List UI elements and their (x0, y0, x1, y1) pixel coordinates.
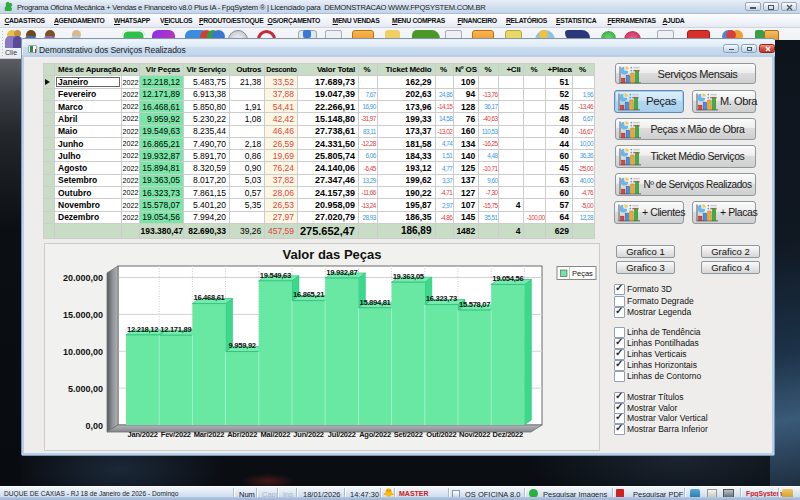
svg-text:19.054,56: 19.054,56 (492, 274, 523, 283)
svg-text:0,00: 0,00 (85, 421, 103, 431)
svg-text:16.865,21: 16.865,21 (293, 290, 325, 299)
svg-text:Out/2022: Out/2022 (426, 430, 456, 439)
svg-text:10.000,00: 10.000,00 (63, 347, 103, 357)
svg-text:16.468,61: 16.468,61 (193, 293, 225, 302)
svg-text:Jun/2022: Jun/2022 (293, 430, 324, 439)
svg-text:19.363,05: 19.363,05 (393, 272, 425, 281)
svg-text:Valor das Peças: Valor das Peças (282, 247, 381, 262)
svg-text:Nov/2022: Nov/2022 (459, 430, 490, 439)
svg-text:19.932,87: 19.932,87 (326, 268, 357, 277)
svg-text:16.323,73: 16.323,73 (426, 294, 457, 303)
svg-text:9.959,92: 9.959,92 (229, 341, 256, 350)
svg-text:Set/2022: Set/2022 (394, 430, 423, 439)
svg-text:12.218,12: 12.218,12 (127, 325, 158, 334)
svg-text:19.549,63: 19.549,63 (260, 271, 291, 280)
svg-text:Peças: Peças (572, 269, 593, 278)
svg-text:Dez/2022: Dez/2022 (493, 430, 524, 439)
svg-text:20.000,00: 20.000,00 (63, 273, 103, 283)
svg-text:Mai/2022: Mai/2022 (261, 430, 291, 439)
svg-text:Mar/2022: Mar/2022 (194, 430, 225, 439)
svg-text:Jul/2022: Jul/2022 (328, 430, 356, 439)
svg-text:Fev/2022: Fev/2022 (161, 430, 191, 439)
svg-text:Ago/2022: Ago/2022 (359, 430, 391, 439)
svg-text:15.000,00: 15.000,00 (63, 310, 103, 320)
svg-text:15.894,81: 15.894,81 (359, 298, 391, 307)
svg-text:Abr/2022: Abr/2022 (227, 430, 257, 439)
svg-text:12.171,89: 12.171,89 (160, 325, 191, 334)
svg-text:5.000,00: 5.000,00 (68, 384, 103, 394)
svg-text:Jan/2022: Jan/2022 (128, 430, 158, 439)
svg-text:15.578,07: 15.578,07 (459, 300, 490, 309)
